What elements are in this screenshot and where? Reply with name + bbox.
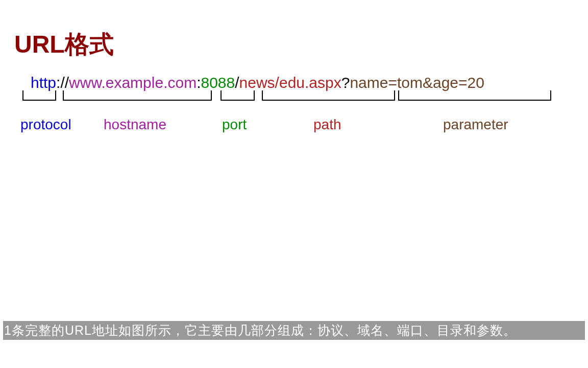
bracket-parameter (398, 94, 551, 101)
label-protocol: protocol (20, 117, 71, 133)
url-path: news/edu.aspx (239, 74, 341, 91)
bracket-path (262, 94, 395, 101)
url-sep4: ? (341, 74, 350, 91)
footer-caption: 1条完整的URL地址如图所示，它主要由几部分组成：协议、域名、端口、目录和参数。 (3, 321, 585, 340)
url-protocol: http (31, 74, 56, 91)
bracket-port (220, 94, 255, 101)
url-sep3: / (235, 74, 239, 91)
url-port: 8088 (201, 74, 235, 91)
page-title: URL格式 (14, 28, 114, 61)
url-example: http://www.example.com:8088/news/edu.asp… (31, 74, 484, 91)
label-port: port (222, 117, 247, 133)
label-hostname: hostname (104, 117, 166, 133)
label-path: path (313, 117, 341, 133)
url-hostname: www.example.com (69, 74, 197, 91)
bracket-hostname (63, 94, 212, 101)
url-parameter: name=tom&age=20 (350, 74, 484, 91)
bracket-protocol (22, 94, 56, 101)
label-parameter: parameter (443, 117, 508, 133)
url-sep1: :// (56, 74, 69, 91)
